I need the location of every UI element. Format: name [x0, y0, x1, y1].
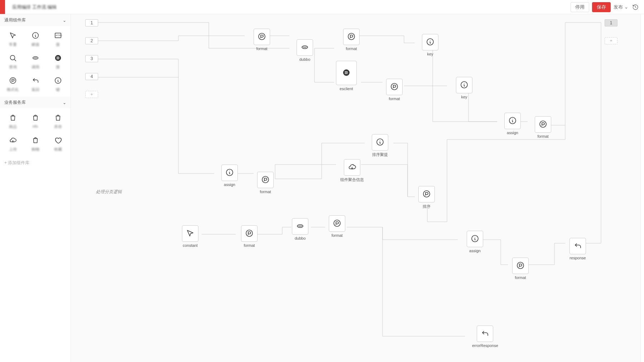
sidebar-section-common[interactable]: 通用组件库 ⌄ — [0, 14, 71, 26]
component-item[interactable]: HTTP://接 — [47, 28, 69, 50]
info-icon — [376, 138, 384, 147]
node-format[interactable]: format — [257, 172, 274, 194]
cloud-icon — [8, 135, 18, 145]
header: 应用编排 工作流 编辑 停用 保存 发布 ⌄ — [0, 0, 644, 14]
back-icon — [573, 241, 582, 251]
bag-icon — [30, 135, 40, 145]
header-left: 应用编排 工作流 编辑 — [0, 0, 64, 14]
component-label: 赋值 — [32, 42, 39, 47]
svg-point-23 — [334, 220, 340, 226]
component-item[interactable]: 返回 — [24, 73, 47, 95]
heart-icon — [53, 135, 63, 145]
component-label: 查询 — [9, 64, 17, 70]
input-port-4[interactable]: 4 — [85, 73, 98, 80]
format-icon — [422, 190, 431, 199]
component-grid-common: 常量赋值HTTP://接查询调用搜格式化返回键 — [0, 26, 71, 97]
svg-point-6 — [10, 78, 16, 84]
back-icon — [30, 75, 40, 85]
component-item[interactable]: nfo — [24, 110, 47, 132]
add-output-port[interactable]: + — [605, 37, 617, 44]
input-port-1[interactable]: 1 — [85, 19, 98, 26]
http-icon: HTTP:// — [53, 30, 63, 40]
publish-button[interactable]: 发布 ⌄ — [614, 4, 628, 10]
component-item[interactable]: 查询 — [1, 50, 24, 73]
node-assign[interactable]: assign — [467, 231, 483, 253]
node-format[interactable]: format — [329, 215, 345, 238]
component-item[interactable]: 购物 — [24, 132, 47, 155]
save-button[interactable]: 保存 — [592, 2, 611, 12]
node-assign[interactable]: assign — [504, 113, 521, 135]
info-icon — [53, 75, 63, 85]
component-label: 上传 — [9, 147, 17, 152]
eclient-icon — [342, 68, 351, 78]
info-icon — [508, 116, 517, 126]
component-item[interactable]: 上传 — [1, 132, 24, 155]
input-port-2[interactable]: 2 — [85, 37, 98, 44]
component-grid-business: 商品nfo库存上传购物收藏 — [0, 108, 71, 156]
node-format[interactable]: format — [241, 225, 258, 248]
info-icon — [225, 168, 234, 178]
node-key[interactable]: key — [456, 77, 472, 99]
cursor-icon — [186, 229, 194, 239]
component-item[interactable]: 库存 — [47, 110, 69, 132]
node-format[interactable]: format — [512, 258, 529, 280]
component-label: 键 — [56, 87, 60, 92]
input-port-3[interactable]: 3 — [85, 55, 98, 62]
info-icon — [426, 38, 434, 47]
output-port-1[interactable]: 1 — [605, 19, 617, 26]
link-icon — [296, 222, 304, 231]
component-label: 搜 — [56, 64, 60, 70]
component-item[interactable]: 赋值 — [24, 28, 47, 50]
node-response[interactable]: response — [569, 238, 586, 260]
cursor-icon — [8, 30, 18, 40]
node-assign[interactable]: assign — [221, 165, 238, 187]
component-item[interactable]: 键 — [47, 73, 69, 95]
node-format[interactable]: format — [535, 116, 551, 138]
node-sort[interactable]: 排序 — [418, 186, 435, 209]
right-panel — [640, 14, 644, 362]
sidebar-section-business[interactable]: 业务服务库 ⌄ — [0, 97, 71, 108]
stop-button[interactable]: 停用 — [571, 2, 589, 12]
component-label: 收藏 — [54, 147, 62, 152]
node-comp-agg[interactable]: 组件聚合信息 — [340, 159, 364, 182]
svg-point-10 — [348, 33, 355, 40]
node-sort-agg[interactable]: 排序聚提 — [372, 134, 388, 157]
node-dubbo[interactable]: dubbo — [292, 218, 308, 240]
format-icon — [539, 120, 547, 129]
format-icon — [390, 82, 399, 92]
add-input-port[interactable]: + — [85, 91, 98, 98]
chevron-down-icon: ⌄ — [624, 4, 628, 10]
component-label: 常量 — [9, 42, 17, 47]
node-esclient[interactable]: esclient — [336, 61, 357, 91]
node-key[interactable]: key — [422, 34, 438, 56]
node-format[interactable]: format — [343, 29, 360, 51]
add-library-button[interactable]: + 添加组件库 — [0, 156, 71, 170]
component-item[interactable]: 收藏 — [47, 132, 69, 155]
node-constant[interactable]: constant — [182, 225, 198, 248]
node-dubbo[interactable]: dubbo — [297, 39, 313, 62]
component-item[interactable]: 商品 — [1, 110, 24, 132]
node-format[interactable]: format — [254, 29, 270, 51]
format-icon — [245, 229, 254, 239]
component-item[interactable]: 调用 — [24, 50, 47, 73]
canvas[interactable]: 1 2 3 4 + 1 + 处理分页逻辑 format dubbo format… — [71, 14, 644, 362]
svg-point-25 — [517, 262, 524, 269]
bag-icon — [53, 113, 63, 123]
history-icon[interactable] — [631, 3, 640, 11]
connectors — [71, 14, 644, 362]
component-item[interactable]: 搜 — [47, 50, 69, 73]
chevron-down-icon: ⌄ — [63, 18, 66, 23]
brand-stripe — [0, 0, 5, 14]
svg-point-21 — [246, 230, 253, 236]
svg-text:HTTP://: HTTP:// — [56, 34, 62, 36]
node-format[interactable]: format — [386, 79, 403, 101]
component-item[interactable]: 格式化 — [1, 73, 24, 95]
format-icon — [347, 32, 356, 42]
component-item[interactable]: 常量 — [1, 28, 24, 50]
page-title: 应用编排 工作流 编辑 — [5, 4, 64, 10]
component-label: 接 — [56, 42, 60, 47]
node-error-response[interactable]: errorResponse — [472, 326, 498, 348]
format-icon — [258, 32, 266, 42]
format-icon — [261, 175, 270, 185]
main: 通用组件库 ⌄ 常量赋值HTTP://接查询调用搜格式化返回键 业务服务库 ⌄ … — [0, 14, 644, 362]
